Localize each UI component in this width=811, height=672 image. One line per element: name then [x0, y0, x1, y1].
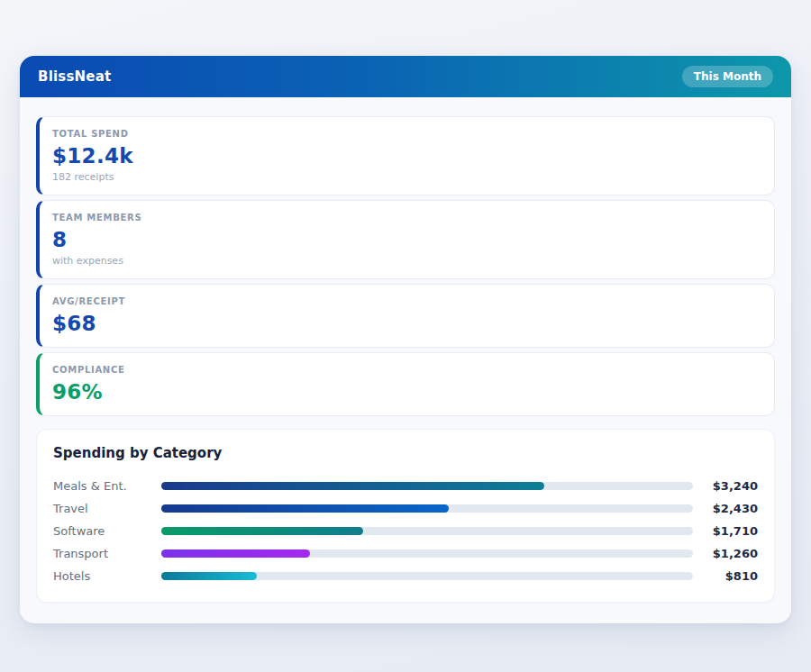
chart-row-software: Software $1,710	[53, 520, 758, 542]
category-label: Travel	[53, 502, 154, 515]
dashboard-card: BlissNeat This Month TOTAL SPEND $12.4k …	[20, 56, 791, 623]
stat-value: 96%	[52, 380, 760, 404]
category-value: $1,260	[700, 547, 758, 560]
app-title: BlissNeat	[38, 68, 111, 85]
stat-card-compliance: COMPLIANCE 96%	[36, 352, 775, 416]
dashboard-content: TOTAL SPEND $12.4k 182 receipts TEAM MEM…	[20, 97, 791, 623]
category-value: $2,430	[700, 502, 758, 515]
stat-value: 8	[52, 228, 760, 251]
stat-card-team-members: TEAM MEMBERS 8 with expenses	[36, 200, 775, 279]
stat-card-total-spend: TOTAL SPEND $12.4k 182 receipts	[36, 116, 775, 195]
category-value: $810	[700, 569, 758, 583]
stat-label: TEAM MEMBERS	[52, 213, 760, 222]
stat-card-avg-receipt: AVG/RECEIPT $68	[36, 284, 775, 348]
bar-fill-software	[161, 527, 363, 535]
category-value: $1,710	[700, 524, 758, 538]
stat-value: $68	[52, 312, 760, 335]
chart-row-transport: Transport $1,260	[53, 542, 758, 565]
category-label: Hotels	[53, 569, 154, 583]
spending-by-category-chart: Spending by Category Meals & Ent. $3,240…	[36, 429, 775, 603]
category-label: Meals & Ent.	[53, 479, 154, 493]
stat-label: TOTAL SPEND	[52, 129, 760, 139]
bar-fill-travel	[161, 504, 449, 513]
chart-title: Spending by Category	[53, 445, 758, 461]
bar-fill-meals	[161, 482, 544, 490]
stat-subtext: 182 receipts	[52, 171, 760, 183]
category-label: Transport	[53, 547, 154, 560]
bar-track	[161, 482, 693, 490]
app-header: BlissNeat This Month	[20, 56, 791, 97]
stat-value: $12.4k	[52, 144, 760, 168]
bar-track	[161, 549, 693, 558]
chart-row-travel: Travel $2,430	[53, 497, 758, 520]
bar-track	[161, 527, 693, 535]
chart-row-meals: Meals & Ent. $3,240	[53, 475, 758, 497]
period-badge[interactable]: This Month	[682, 66, 773, 87]
category-value: $3,240	[700, 479, 758, 493]
chart-row-hotels: Hotels $810	[53, 565, 758, 587]
bar-fill-transport	[161, 549, 310, 558]
bar-fill-hotels	[161, 572, 257, 580]
stat-label: AVG/RECEIPT	[52, 296, 760, 306]
stat-label: COMPLIANCE	[52, 365, 760, 375]
bar-track	[161, 504, 693, 513]
category-label: Software	[53, 524, 154, 538]
stat-subtext: with expenses	[52, 255, 760, 267]
bar-track	[161, 572, 693, 580]
